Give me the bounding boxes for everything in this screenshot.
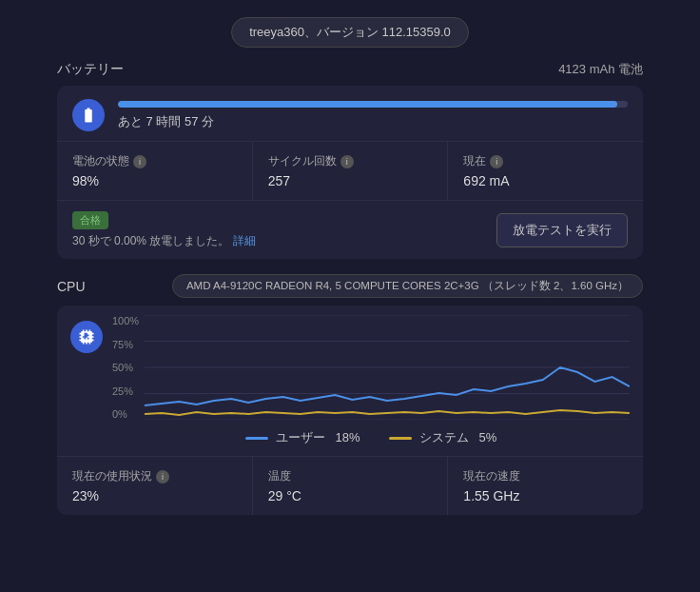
cpu-stat-usage-value: 23% bbox=[72, 488, 237, 503]
cpu-stat-usage: 現在の使用状況 i 23% bbox=[57, 457, 253, 515]
cpu-section: CPU AMD A4-9120C RADEON R4, 5 COMPUTE CO… bbox=[57, 274, 643, 515]
battery-stats-row: 電池の状態 i 98% サイクル回数 i 257 現在 i 692 mA bbox=[57, 142, 643, 201]
battery-stat-current: 現在 i 692 mA bbox=[448, 142, 643, 200]
legend-user: ユーザー 18% bbox=[245, 429, 360, 446]
pass-badge: 合格 bbox=[72, 211, 108, 229]
cpu-stat-temp-label: 温度 bbox=[268, 468, 433, 484]
detail-link[interactable]: 詳細 bbox=[233, 234, 256, 247]
battery-status-area: 合格 30 秒で 0.00% 放電しました。 詳細 bbox=[72, 210, 256, 249]
battery-meta: 4123 mAh 電池 bbox=[558, 61, 643, 78]
cycles-info-icon[interactable]: i bbox=[340, 155, 354, 168]
cpu-stats-row: 現在の使用状況 i 23% 温度 29 °C 現在の速度 1.55 GHz bbox=[57, 456, 643, 515]
battery-bottom-row: 合格 30 秒で 0.00% 放電しました。 詳細 放電テストを実行 bbox=[57, 201, 643, 259]
legend-system-line bbox=[389, 437, 412, 440]
discharge-test-button[interactable]: 放電テストを実行 bbox=[496, 213, 628, 247]
battery-stat-current-value: 692 mA bbox=[463, 173, 628, 188]
battery-bar-track bbox=[118, 101, 628, 108]
battery-section: バッテリー 4123 mAh 電池 あと 7 時間 57 分 電池の状態 bbox=[57, 61, 643, 259]
battery-icon bbox=[72, 99, 105, 131]
battery-svg-icon bbox=[80, 107, 97, 124]
cpu-chart-col: 100% 75% 50% 25% 0% bbox=[112, 315, 630, 456]
cpu-model: AMD A4-9120C RADEON R4, 5 COMPUTE CORES … bbox=[172, 274, 643, 298]
cpu-stat-temp: 温度 29 °C bbox=[253, 457, 449, 515]
battery-stat-health-value: 98% bbox=[72, 173, 237, 188]
battery-bar-area: あと 7 時間 57 分 bbox=[118, 101, 628, 130]
cpu-stat-speed-value: 1.55 GHz bbox=[463, 488, 628, 503]
y-labels: 100% 75% 50% 25% 0% bbox=[112, 315, 139, 420]
cpu-stat-temp-value: 29 °C bbox=[268, 488, 433, 503]
battery-title: バッテリー bbox=[57, 61, 124, 78]
battery-bar-fill bbox=[118, 101, 617, 108]
cpu-header: CPU AMD A4-9120C RADEON R4, 5 COMPUTE CO… bbox=[57, 274, 643, 298]
discharge-text: 30 秒で 0.00% 放電しました。 詳細 bbox=[72, 233, 256, 249]
cpu-stat-speed: 現在の速度 1.55 GHz bbox=[448, 457, 643, 515]
battery-stat-cycles-value: 257 bbox=[268, 173, 433, 188]
cpu-stat-usage-label: 現在の使用状況 i bbox=[72, 468, 237, 484]
battery-stat-health: 電池の状態 i 98% bbox=[57, 142, 253, 200]
battery-stat-cycles: サイクル回数 i 257 bbox=[253, 142, 449, 200]
cpu-legend-row: ユーザー 18% システム 5% bbox=[112, 420, 630, 456]
legend-user-label: ユーザー 18% bbox=[276, 429, 360, 446]
health-info-icon[interactable]: i bbox=[133, 155, 146, 168]
current-info-icon[interactable]: i bbox=[490, 155, 503, 168]
battery-top-row: あと 7 時間 57 分 bbox=[57, 86, 643, 142]
version-label: treeya360、バージョン 112.15359.0 bbox=[231, 17, 469, 48]
battery-time: あと 7 時間 57 分 bbox=[118, 113, 628, 130]
battery-stat-health-label: 電池の状態 i bbox=[72, 153, 237, 169]
cpu-stat-speed-label: 現在の速度 bbox=[463, 468, 628, 484]
top-bar: treeya360、バージョン 112.15359.0 bbox=[0, 0, 700, 61]
cpu-graph-area: 100% 75% 50% 25% 0% bbox=[57, 306, 643, 456]
battery-stat-cycles-label: サイクル回数 i bbox=[268, 153, 433, 169]
battery-card: あと 7 時間 57 分 電池の状態 i 98% サイクル回数 i 257 bbox=[57, 86, 643, 259]
legend-user-line bbox=[245, 437, 268, 440]
cpu-svg-icon bbox=[77, 327, 96, 346]
cpu-title: CPU bbox=[57, 279, 86, 294]
legend-system: システム 5% bbox=[389, 429, 497, 446]
cpu-icon-col bbox=[70, 315, 103, 456]
cpu-chart-svg bbox=[145, 315, 630, 420]
cpu-chart bbox=[145, 315, 630, 420]
legend-system-label: システム 5% bbox=[419, 429, 497, 446]
battery-header: バッテリー 4123 mAh 電池 bbox=[57, 61, 643, 78]
cpu-icon bbox=[70, 321, 103, 353]
usage-info-icon[interactable]: i bbox=[156, 470, 169, 483]
cpu-card: 100% 75% 50% 25% 0% bbox=[57, 306, 643, 515]
battery-stat-current-label: 現在 i bbox=[463, 153, 628, 169]
